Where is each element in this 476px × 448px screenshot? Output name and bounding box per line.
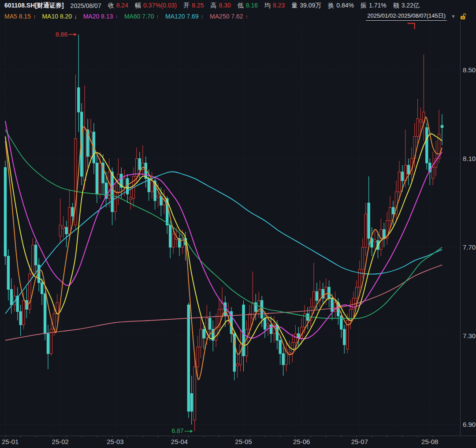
stat-value: 3.22亿: [402, 2, 420, 9]
svg-text:25-04: 25-04: [171, 438, 188, 445]
stock-code-name: 601108.SH[财通证券]: [4, 2, 64, 10]
svg-text:8.10: 8.10: [463, 155, 476, 162]
ma-legend-text: MA20 8.13: [83, 13, 113, 20]
arrow-up-icon: ↑: [201, 13, 204, 20]
ma-legend-item: MA10 8.20↓: [42, 13, 77, 20]
svg-text:25-02: 25-02: [52, 438, 69, 445]
ma-legend-text: MA10 8.20: [42, 13, 72, 20]
stat-value: 8.16: [246, 2, 258, 9]
stock-chart-window: 601108.SH[财通证券] 2025/08/07 收8.24幅0.37%(0…: [0, 0, 476, 448]
arrow-down-icon: ↓: [74, 13, 77, 20]
date-range-label[interactable]: 2025/01/02-2025/08/07(145日): [366, 12, 447, 21]
stat-label: 高: [210, 2, 216, 9]
stat-label: 幅: [135, 2, 141, 9]
candlestick-chart[interactable]: 8.508.107.707.306.9025-0125-0225-0325-04…: [0, 0, 476, 448]
ma-line-ma250: [5, 265, 442, 340]
quote-stat: 高8.30: [210, 2, 231, 10]
quote-stats: 收8.24幅0.37%(0.03)开8.25高8.30低8.16均8.23量39…: [108, 2, 420, 10]
ma-legend-text: MA250 7.62: [210, 13, 243, 20]
quote-stat: 换0.84%: [328, 2, 354, 10]
stat-label: 开: [183, 2, 190, 9]
quote-stat: 额3.22亿: [393, 2, 420, 10]
quote-stat: 收8.24: [108, 2, 128, 10]
svg-text:7.70: 7.70: [463, 243, 476, 251]
chart-annotations: 8.666.87: [56, 23, 415, 434]
corner-mark-icon: [408, 23, 415, 29]
stat-value: 8.24: [116, 2, 128, 9]
stat-value: 0.37%(0.03): [143, 2, 177, 9]
stat-value: 8.23: [273, 2, 285, 9]
quote-stat: 幅0.37%(0.03): [135, 2, 177, 10]
ma-legend-text: MA60 7.70: [124, 13, 154, 20]
svg-text:7.30: 7.30: [463, 332, 476, 340]
stat-value: 1.71%: [369, 2, 387, 9]
arrow-up-icon: ↑: [33, 13, 36, 20]
stat-value: 8.25: [192, 2, 204, 9]
stat-label: 均: [264, 2, 271, 9]
svg-text:25-08: 25-08: [421, 438, 438, 445]
arrow-right-icon: [74, 33, 77, 36]
stat-value: 8.30: [219, 2, 231, 9]
ma-legend: MA5 8.15↑MA10 8.20↓MA20 8.13↑MA60 7.70↑M…: [4, 13, 248, 20]
arrow-up-icon: ↑: [115, 13, 118, 20]
arrow-up-icon: ↑: [156, 13, 160, 20]
quote-stat: 量39.09万: [291, 2, 321, 10]
ma-legend-item: MA120 7.69↑: [165, 13, 204, 20]
ma-legend-item: MA60 7.70↑: [124, 13, 159, 20]
svg-text:6.90: 6.90: [463, 421, 476, 428]
stat-value: 0.84%: [336, 2, 354, 9]
svg-text:25-06: 25-06: [293, 438, 310, 445]
stat-label: 量: [291, 2, 298, 9]
y-axis-labels: 8.508.107.707.306.90: [463, 66, 476, 428]
stat-value: 39.09万: [300, 2, 321, 9]
ma-legend-text: MA120 7.69: [165, 13, 199, 20]
quote-date: 2025/08/07: [71, 2, 101, 9]
ma-legend-text: MA5 8.15: [4, 13, 31, 20]
svg-text:25-05: 25-05: [235, 438, 252, 445]
candles: [4, 34, 443, 431]
ma-legend-item: MA5 8.15↑: [4, 13, 36, 20]
date-range-selector[interactable]: 2025/01/02-2025/08/07(145日) ▼: [366, 11, 467, 21]
arrow-up-icon: ↑: [245, 13, 249, 20]
price-callout-label: 8.66: [56, 31, 67, 38]
svg-text:25-01: 25-01: [2, 438, 19, 445]
stat-label: 换: [328, 2, 334, 9]
quote-stat: 振1.71%: [361, 2, 387, 10]
svg-text:25-07: 25-07: [351, 438, 368, 445]
chevron-down-icon[interactable]: ▼: [451, 14, 456, 19]
quote-stat: 低8.16: [238, 2, 258, 10]
stat-label: 低: [238, 2, 244, 9]
stat-label: 额: [393, 2, 399, 9]
svg-text:25-03: 25-03: [107, 438, 123, 445]
quote-stat: 开8.25: [183, 2, 204, 10]
quote-stat: 均8.23: [264, 2, 285, 10]
stat-label: 振: [361, 2, 367, 9]
ma-lines: [5, 117, 442, 379]
x-axis-labels: 25-0125-0225-0325-0425-0525-0625-0725-08: [2, 438, 438, 445]
stat-label: 收: [108, 2, 114, 9]
svg-text:8.50: 8.50: [463, 66, 476, 74]
ma-legend-item: MA250 7.62↑: [210, 13, 248, 20]
price-callout-label: 6.87: [171, 427, 183, 434]
title-bar: 601108.SH[财通证券] 2025/08/07 收8.24幅0.37%(0…: [0, 0, 476, 11]
ma-legend-item: MA20 8.13↑: [83, 13, 118, 20]
arrow-right-icon: [190, 429, 193, 433]
lock-icon[interactable]: [460, 13, 467, 20]
